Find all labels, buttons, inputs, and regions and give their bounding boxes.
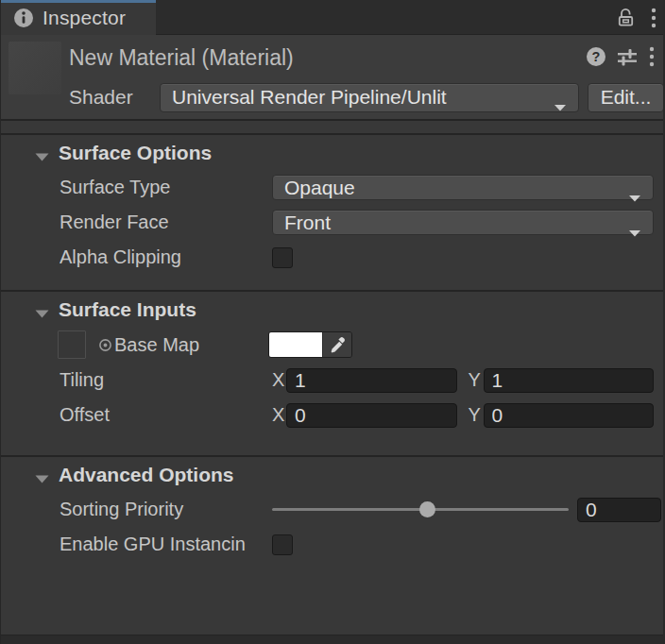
render-face-dropdown[interactable]: Front	[272, 210, 654, 235]
surface-type-row: Surface Type Opaque	[1, 170, 663, 205]
alpha-clipping-checkbox[interactable]	[272, 247, 293, 268]
offset-label: Offset	[60, 404, 272, 426]
help-icon: ?	[586, 46, 606, 67]
base-map-label: Base Map	[114, 334, 199, 356]
section-title: Advanced Options	[59, 464, 234, 486]
surface-type-dropdown[interactable]: Opaque	[272, 175, 654, 200]
tab-bar-actions	[615, 0, 657, 35]
offset-y-input[interactable]	[484, 403, 655, 428]
unlock-icon	[615, 7, 637, 28]
tab-accent-stripe	[1, 0, 156, 3]
base-map-texture-slot[interactable]	[58, 330, 86, 359]
gpu-instancing-checkbox[interactable]	[272, 534, 293, 555]
object-picker-icon[interactable]	[98, 338, 112, 352]
header-band	[1, 121, 663, 135]
kebab-icon	[648, 45, 656, 68]
section-title: Surface Inputs	[59, 298, 196, 321]
section-advanced-options[interactable]: Advanced Options	[1, 457, 663, 492]
shader-dropdown[interactable]: Universal Render Pipeline/Unlit	[160, 83, 579, 112]
section-spacer	[1, 432, 663, 455]
sorting-priority-label: Sorting Priority	[60, 499, 272, 520]
gpu-instancing-row: Enable GPU Instancin	[1, 527, 663, 562]
section-spacer	[1, 275, 663, 290]
base-color-widget	[268, 331, 352, 358]
window-menu-button[interactable]	[650, 7, 657, 29]
render-face-label: Render Face	[60, 212, 272, 233]
offset-x-label: X	[272, 404, 286, 426]
surface-type-label: Surface Type	[60, 177, 272, 198]
foldout-triangle-icon	[35, 470, 49, 479]
render-face-row: Render Face Front	[1, 205, 663, 240]
tab-bar: Inspector	[1, 0, 663, 35]
offset-y-label: Y	[469, 404, 484, 426]
offset-row: Offset X Y	[1, 398, 663, 432]
surface-type-value: Opaque	[284, 177, 621, 199]
slider-handle[interactable]	[419, 501, 435, 517]
presets-button[interactable]	[616, 46, 639, 67]
gpu-instancing-label: Enable GPU Instancin	[60, 534, 272, 555]
info-icon	[13, 8, 34, 28]
sorting-priority-slider[interactable]	[272, 497, 572, 522]
tab-inspector[interactable]: Inspector	[1, 0, 156, 35]
lock-button[interactable]	[615, 7, 637, 28]
chevron-down-icon	[554, 93, 567, 101]
eyedropper-button[interactable]	[322, 332, 351, 357]
alpha-clipping-label: Alpha Clipping	[60, 246, 272, 268]
shader-dropdown-value: Universal Render Pipeline/Unlit	[172, 86, 546, 109]
shader-edit-button[interactable]: Edit...	[588, 83, 664, 112]
section-surface-options[interactable]: Surface Options	[1, 135, 663, 170]
foldout-triangle-icon	[35, 148, 49, 157]
offset-x-input[interactable]	[286, 403, 457, 428]
render-face-value: Front	[284, 212, 621, 234]
base-map-row: Base Map	[1, 327, 663, 363]
tiling-y-input[interactable]	[484, 368, 655, 393]
sorting-priority-input[interactable]	[577, 498, 661, 522]
alpha-clipping-row: Alpha Clipping	[1, 240, 663, 275]
material-header-actions: ?	[586, 45, 656, 68]
chevron-down-icon	[628, 184, 641, 192]
bottom-edge-strip	[1, 635, 663, 644]
tiling-row: Tiling X Y	[1, 363, 663, 398]
tiling-x-input[interactable]	[286, 368, 457, 393]
tiling-label: Tiling	[60, 369, 272, 391]
base-color-swatch[interactable]	[269, 332, 322, 357]
foldout-triangle-icon	[35, 305, 49, 314]
section-title: Surface Options	[59, 142, 212, 164]
help-button[interactable]: ?	[586, 46, 606, 67]
kebab-icon	[650, 7, 657, 29]
material-header: New Material (Material) ?	[1, 35, 663, 121]
eyedropper-icon	[328, 335, 347, 354]
tiling-y-label: Y	[469, 369, 484, 391]
material-menu-button[interactable]	[648, 45, 656, 68]
shader-row: Shader Universal Render Pipeline/Unlit E…	[1, 82, 663, 112]
inspector-window: Inspector	[0, 0, 665, 644]
sorting-priority-row: Sorting Priority	[1, 492, 663, 527]
presets-icon	[616, 46, 639, 67]
material-title: New Material (Material)	[69, 45, 294, 71]
tiling-x-label: X	[272, 369, 286, 391]
chevron-down-icon	[628, 219, 641, 227]
svg-text:?: ?	[592, 49, 601, 64]
section-surface-inputs[interactable]: Surface Inputs	[1, 292, 663, 327]
shader-label: Shader	[69, 86, 133, 109]
tab-inspector-label: Inspector	[43, 7, 126, 29]
